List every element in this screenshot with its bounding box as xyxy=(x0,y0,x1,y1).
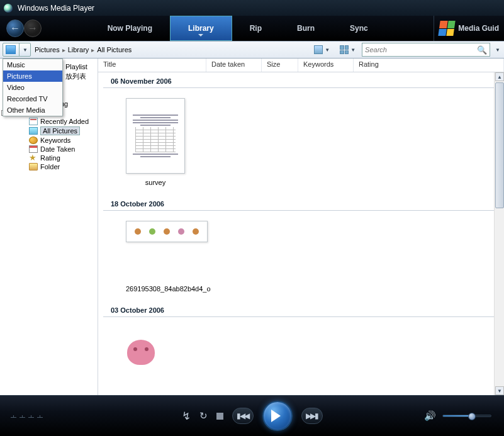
column-date-taken[interactable]: Date taken xyxy=(206,59,262,72)
tab-sync[interactable]: Sync xyxy=(332,16,386,41)
group-header: 03 October 2006 xyxy=(103,303,499,317)
play-button[interactable] xyxy=(262,401,293,431)
star-icon: ★ xyxy=(29,154,38,162)
media-guide-label: Media Guid xyxy=(458,24,499,33)
next-button[interactable]: ▶▶▮ xyxy=(301,408,323,424)
breadcrumb-all-pictures[interactable]: All Pictures xyxy=(97,46,132,53)
previous-button[interactable]: ▮◀◀ xyxy=(232,408,254,424)
nav-bar: ← → Now Playing Library Rip Burn Sync Me… xyxy=(0,16,504,41)
chevron-right-icon: ▸ xyxy=(91,47,94,53)
scroll-up-button[interactable]: ▲ xyxy=(495,72,504,81)
tab-library[interactable]: Library xyxy=(170,16,232,41)
pictures-icon xyxy=(6,45,16,54)
tree-item-keywords[interactable]: Keywords xyxy=(0,136,98,145)
tree-item-folder[interactable]: Folder xyxy=(0,162,98,171)
category-dropdown-menu: Music Pictures Video Recorded TV Other M… xyxy=(3,59,63,116)
folder-icon xyxy=(29,163,38,170)
wmp-icon xyxy=(4,4,13,13)
thumbnail-icon xyxy=(126,221,208,242)
group-header: 06 November 2006 xyxy=(103,74,499,88)
column-header: Title Date taken Size Keywords Rating xyxy=(98,59,504,72)
breadcrumb-library[interactable]: Library xyxy=(68,46,89,53)
list-item[interactable]: 269195308_84ab82b4d4_o xyxy=(126,221,211,293)
mute-button[interactable]: 🔊 xyxy=(424,410,436,422)
chevron-down-icon: ▼ xyxy=(23,47,28,53)
main-list: 06 November 2006 survey 18 October 2006 … xyxy=(98,72,504,395)
dropdown-item-other-media[interactable]: Other Media xyxy=(3,104,62,116)
search-icon[interactable]: 🔍 xyxy=(477,45,487,55)
equalizer-icon[interactable]: ⫠⫠⫠⫠ xyxy=(9,410,44,422)
list-item[interactable] xyxy=(126,327,156,371)
media-guide-button[interactable]: Media Guid xyxy=(434,16,504,41)
recent-icon xyxy=(29,118,38,125)
breadcrumb-path: Pictures ▸ Library ▸ All Pictures xyxy=(35,46,132,53)
view-options-button[interactable]: ▼ xyxy=(336,43,359,57)
scrollbar-thumb[interactable] xyxy=(495,82,504,208)
column-title[interactable]: Title xyxy=(98,59,206,72)
tag-icon xyxy=(29,137,38,144)
scroll-down-button[interactable]: ▼ xyxy=(495,386,504,395)
tree-item-recently-added[interactable]: Recently Added xyxy=(0,117,98,126)
stop-button[interactable] xyxy=(216,413,223,420)
tab-rip[interactable]: Rip xyxy=(232,16,279,41)
tree-item-all-pictures[interactable]: All Pictures xyxy=(0,126,98,136)
pictures-icon xyxy=(29,127,38,135)
back-button[interactable]: ← xyxy=(6,20,24,37)
column-rating[interactable]: Rating xyxy=(354,59,504,72)
scrollbar[interactable]: ▲ ▼ xyxy=(494,72,504,395)
tree-item-rating[interactable]: ★Rating xyxy=(0,154,98,162)
volume-slider[interactable] xyxy=(442,415,491,417)
chevron-right-icon: ▸ xyxy=(62,47,65,53)
search-options-button[interactable]: ▼ xyxy=(495,47,500,53)
thumbnail-icon xyxy=(126,338,156,366)
category-selector-button[interactable]: ▼ xyxy=(3,43,31,57)
title-bar: Windows Media Player xyxy=(0,0,504,16)
layout-button[interactable]: ▼ xyxy=(310,43,333,57)
windows-flag-icon xyxy=(439,21,456,36)
player-bar: ⫠⫠⫠⫠ ↯ ↻ ▮◀◀ ▶▶▮ 🔊 xyxy=(0,395,504,436)
column-keywords[interactable]: Keywords xyxy=(298,59,354,72)
dropdown-item-recorded-tv[interactable]: Recorded TV xyxy=(3,93,62,104)
search-box: 🔍 xyxy=(362,43,490,57)
forward-button[interactable]: → xyxy=(24,20,42,37)
item-label: 269195308_84ab82b4d4_o xyxy=(126,285,211,293)
tab-burn[interactable]: Burn xyxy=(279,16,332,41)
tab-now-playing[interactable]: Now Playing xyxy=(90,16,170,41)
group-header: 18 October 2006 xyxy=(103,196,499,211)
list-item[interactable]: survey xyxy=(126,98,185,186)
dropdown-item-video[interactable]: Video xyxy=(3,82,62,93)
breadcrumb-bar: ▼ Pictures ▸ Library ▸ All Pictures ▼ ▼ … xyxy=(0,41,504,59)
calendar-icon xyxy=(29,145,38,153)
thumbnail-icon xyxy=(126,98,185,174)
item-label: survey xyxy=(126,179,185,186)
search-input[interactable] xyxy=(365,46,477,53)
shuffle-button[interactable]: ↯ xyxy=(182,410,191,423)
breadcrumb-pictures[interactable]: Pictures xyxy=(35,46,60,53)
dropdown-item-music[interactable]: Music xyxy=(3,59,62,70)
dropdown-item-pictures[interactable]: Pictures xyxy=(3,70,62,82)
tree-item-date-taken[interactable]: Date Taken xyxy=(0,145,98,154)
content-area: Playlist 放列表 test tt Now Playing −Librar… xyxy=(0,59,504,395)
column-size[interactable]: Size xyxy=(262,59,298,72)
window-title: Windows Media Player xyxy=(18,4,94,13)
repeat-button[interactable]: ↻ xyxy=(199,410,208,422)
